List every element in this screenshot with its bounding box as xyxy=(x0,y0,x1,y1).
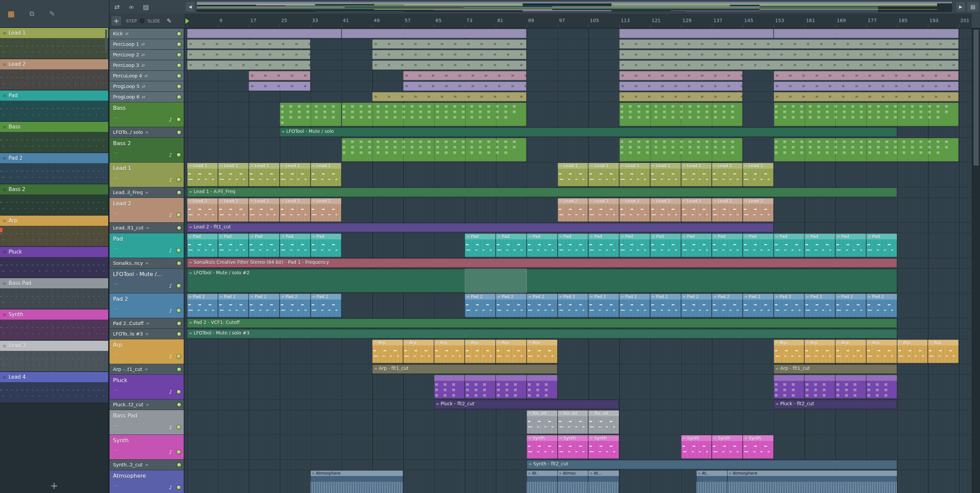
track-header-lfotool-mute[interactable]: LFOTool - Mute /......♪ xyxy=(110,269,184,293)
pattern-clip[interactable]: ≡Pad xyxy=(712,234,743,257)
pattern-clip[interactable]: ≡Lead 1 xyxy=(311,163,341,186)
loop-clip[interactable]: » » » » » » » » » » » » » » » » » » » » … xyxy=(774,92,959,101)
track-lane-lead-il-freq[interactable]: ∞Lead 1 - A:Fil_Freq xyxy=(185,187,972,198)
pattern-clip[interactable]: ≡Pad 2 xyxy=(465,294,495,317)
pattern-item-header[interactable]: ≡Lead 4 xyxy=(0,372,108,382)
loop-clip[interactable] xyxy=(619,29,773,38)
automation-clip[interactable]: ∞Pluck - flt2_cut xyxy=(434,400,619,409)
pattern-clip[interactable]: ≡Pad 2 xyxy=(527,294,557,317)
pattern-clip[interactable]: ≡Arp xyxy=(928,340,959,363)
pattern-clip[interactable]: ≡Synth xyxy=(743,435,773,459)
track-led[interactable] xyxy=(177,153,181,157)
track-header-bass-pad[interactable]: Bass Pad...♪ xyxy=(110,410,184,435)
pattern-clip[interactable]: ≡ ≡ ≡ ≡ ≡ ≡ ≡ ≡ ≡ ≡ ≡ ≡ xyxy=(496,375,527,398)
pattern-clip[interactable]: ≡Pad xyxy=(743,234,773,257)
pattern-item-header[interactable]: ≡Bass 2 xyxy=(0,184,108,195)
pattern-clip[interactable]: ≡Lead 1 xyxy=(743,163,773,186)
pattern-clip[interactable]: ≡Lead 1 xyxy=(588,163,619,186)
pattern-clip[interactable]: ≡ ≡ ≡ ≡ ≡ ≡ ≡ ≡ ≡ ≡ ≡ ≡ xyxy=(434,375,465,398)
pattern-clip[interactable]: ≡Pad 2 xyxy=(681,294,712,317)
detach-icon[interactable]: ⇄ xyxy=(115,3,120,11)
track-led[interactable] xyxy=(177,309,181,312)
automation-clip[interactable]: ∞Arp - flt1_cut xyxy=(774,365,897,374)
loop-clip[interactable]: » » » » » » » » » » » » » » » xyxy=(619,92,743,101)
pattern-clip[interactable]: ≡Pad 2 xyxy=(835,294,866,317)
track-lane-perculoop-4[interactable]: » » » » » » » » » » » » » » » » » » » » … xyxy=(185,71,972,81)
loop-clip[interactable] xyxy=(187,29,341,38)
pattern-clip[interactable]: ≡Pad 2 xyxy=(712,294,743,317)
automation-clip[interactable]: ∞Synth - flt2_cut xyxy=(527,460,897,469)
pattern-clip[interactable]: ≡Lead 2 xyxy=(311,198,341,222)
pattern-item-lead-3[interactable]: ≡Lead 3 xyxy=(0,341,108,372)
track-led[interactable] xyxy=(177,390,181,394)
automation-clip[interactable]: ∞Pluck - flt2_cut xyxy=(774,400,897,409)
track-led[interactable] xyxy=(177,130,181,134)
track-lane-lead-2[interactable]: ≡Lead 2≡Lead 2≡Lead 2≡Lead 2≡Lead 2≡Lead… xyxy=(185,198,972,223)
pattern-item-synth[interactable]: ≡Synth xyxy=(0,309,108,341)
track-header-lfoto-lo-3[interactable]: LFOTo..lo #3∞ xyxy=(110,329,184,339)
pattern-item-header[interactable]: ≡Pad xyxy=(0,90,108,101)
pattern-item-pad-2[interactable]: ≡Pad 2 xyxy=(0,153,108,184)
track-lane-pad-2[interactable]: ≡Pad 2≡Pad 2≡Pad 2≡Pad 2≡Pad 2≡Pad 2≡Pad… xyxy=(185,293,972,318)
track-lane-percloop-3[interactable]: » » » » » » » » » » » » » » » » » » » » … xyxy=(185,60,972,71)
pattern-clip[interactable]: ≡ ≡ ≡ ≡ ≡ ≡ ≡ ≡ ≡ ≡ ≡ ≡ ≡ ≡ ≡ ≡ ≡ ≡ ≡ ≡ … xyxy=(619,103,743,126)
track-led[interactable] xyxy=(177,43,181,46)
pattern-item-header[interactable]: ≡Lead 1 xyxy=(0,28,108,38)
track-lane-lead-lt1-cut[interactable]: ∞Lead 2 - flt1_cut xyxy=(185,223,972,233)
loop-clip[interactable] xyxy=(342,29,527,38)
track-header-percloop-2[interactable]: PercLoop 2⇄ xyxy=(110,50,184,60)
loop-clip[interactable]: » » » » » » » » » » » » » » » xyxy=(403,71,527,80)
loop-clip[interactable]: » » » » » » » » » » » » » » » » » » » xyxy=(372,60,527,70)
pattern-clip[interactable]: ≡ ≡ ≡ ≡ ≡ ≡ ≡ ≡ ≡ ≡ ≡ ≡ xyxy=(866,375,897,398)
track-lane-lfotool-mute[interactable]: ∞LFOTool - Mute / solo #2 xyxy=(185,269,972,293)
pattern-clip[interactable]: ≡Pad 2 xyxy=(588,294,619,317)
audio-clip[interactable]: »Atmsophere xyxy=(311,471,403,493)
track-lane-bass[interactable]: ≡ ≡ ≡ ≡ ≡ ≡ ≡ ≡ ≡ ≡ ≡ ≡ ≡ ≡ ≡ ≡ ≡ ≡ ≡ ≡ … xyxy=(185,102,972,127)
track-lane-arp-t1-cut[interactable]: ∞Arp - flt1_cut∞Arp - flt1_cut xyxy=(185,364,972,375)
automation-clip[interactable]: ∞Arp - flt1_cut xyxy=(372,365,557,374)
loop-clip[interactable]: » » » » » » » » » » » » » » » » » » » xyxy=(372,40,527,49)
pattern-clip[interactable]: ≡Pad xyxy=(465,234,495,257)
track-led[interactable] xyxy=(177,85,181,89)
automation-clip[interactable]: ∞Lead 1 - A:Fil_Freq xyxy=(187,188,897,197)
pattern-clip[interactable]: ≡Pad 2 xyxy=(249,294,279,317)
track-header-pluck[interactable]: Pluck...♪ xyxy=(110,375,184,399)
track-header-lead-il-freq[interactable]: Lead..il_Freq∞ xyxy=(110,187,184,198)
pattern-clip[interactable]: ≡Ba..ad xyxy=(527,411,557,434)
pattern-item-bass-2[interactable]: ≡Bass 2 xyxy=(0,184,108,216)
track-header-atmsophere[interactable]: Atmsophere...♪ xyxy=(110,470,184,493)
track-lane-lead-1[interactable]: ≡Lead 1≡Lead 1≡Lead 1≡Lead 1≡Lead 1≡Lead… xyxy=(185,163,972,187)
pattern-clip[interactable]: ≡Lead 1 xyxy=(187,163,218,186)
pattern-clip[interactable]: ≡Pad xyxy=(527,234,557,257)
pattern-clip[interactable]: ≡Synth xyxy=(558,435,588,459)
pattern-clip[interactable]: ≡ ≡ ≡ ≡ ≡ ≡ ≡ ≡ ≡ ≡ ≡ ≡ ≡ ≡ ≡ ≡ ≡ ≡ ≡ ≡ … xyxy=(280,103,341,126)
pattern-clip[interactable]: ≡Pad xyxy=(650,234,681,257)
vertical-scrollbar-thumb[interactable] xyxy=(974,30,978,166)
track-header-percloop-1[interactable]: PercLoop 1⇄ xyxy=(110,39,184,50)
track-header-pluck-t2-cut[interactable]: Pluck..t2_cut∞ xyxy=(110,399,184,410)
pattern-clip[interactable]: ≡Lead 1 xyxy=(650,163,681,186)
track-led[interactable] xyxy=(177,332,181,336)
pattern-clip[interactable]: ≡Pad xyxy=(619,234,650,257)
pattern-clip[interactable]: ≡Arp xyxy=(804,340,835,363)
track-lane-pluck-t2-cut[interactable]: ∞Pluck - flt2_cut∞Pluck - flt2_cut xyxy=(185,399,972,410)
track-header-kick[interactable]: Kick⇄ xyxy=(110,29,184,39)
track-led[interactable] xyxy=(177,485,181,489)
pattern-clip[interactable]: ≡Lead 2 xyxy=(650,198,681,222)
piano-roll-icon[interactable]: ▤ xyxy=(143,3,149,11)
pattern-item-bass[interactable]: ≡Bass xyxy=(0,122,108,153)
track-led[interactable] xyxy=(177,32,181,36)
pattern-clip[interactable]: ≡Lead 2 xyxy=(588,198,619,222)
pattern-clip[interactable]: ≡Pad xyxy=(249,234,279,257)
track-header-progloop-5[interactable]: ProgLoop 5⇄ xyxy=(110,81,184,92)
loop-clip[interactable]: » » » » » » » » » » » » » » » » » » » » … xyxy=(619,60,959,70)
track-header-lead-1[interactable]: Lead 1...♪ xyxy=(110,163,184,187)
loop-clip[interactable]: » » » » » » » » » » » » » » » » » » » » … xyxy=(774,82,959,91)
track-header-synth-2-cut[interactable]: Synth..2_cut∞ xyxy=(110,460,184,470)
track-led[interactable] xyxy=(177,368,181,371)
add-button[interactable]: + xyxy=(111,16,121,25)
track-header-arp[interactable]: Arp...♪ xyxy=(110,339,184,364)
pattern-clip[interactable]: ≡Synth xyxy=(681,435,712,459)
pattern-clip[interactable]: ≡Arp xyxy=(527,340,557,363)
pattern-item-pluck[interactable]: ≡Pluck xyxy=(0,247,108,278)
